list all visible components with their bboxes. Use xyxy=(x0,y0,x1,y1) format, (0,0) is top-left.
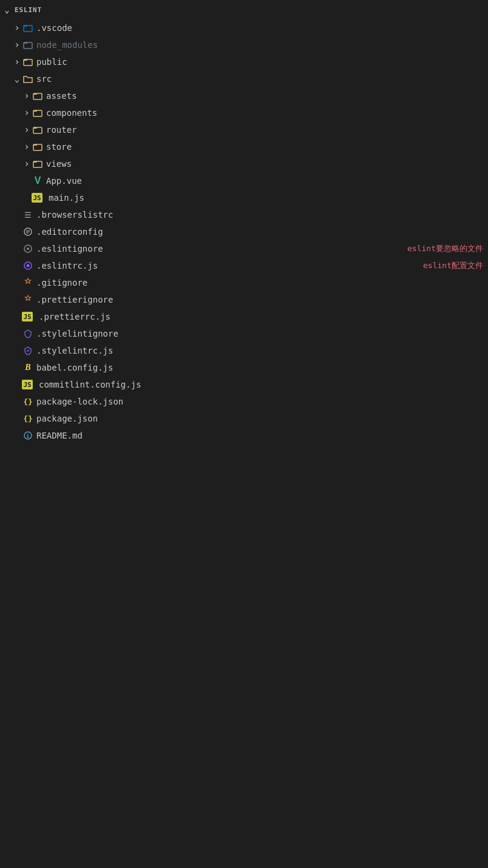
prettierrc-label: .prettierrc.js xyxy=(39,312,483,321)
chevron-right-icon xyxy=(22,125,32,135)
eslintignore-label: .eslintignore xyxy=(36,244,401,254)
folder-views[interactable]: views xyxy=(0,155,488,172)
folder-src[interactable]: src xyxy=(0,70,488,87)
package-json-label: package.json xyxy=(36,414,483,423)
folder-icon xyxy=(22,22,34,34)
app-vue-label: App.vue xyxy=(46,176,483,186)
file-stylelintignore[interactable]: .stylelintignore xyxy=(0,325,488,342)
file-app-vue[interactable]: V App.vue xyxy=(0,172,488,189)
svg-point-20 xyxy=(27,264,30,267)
prettier-ignore-icon xyxy=(22,294,34,306)
folder-icon xyxy=(32,90,44,102)
folder-components[interactable]: components xyxy=(0,104,488,121)
folder-icon xyxy=(22,56,34,68)
file-browserslistrc[interactable]: ☰ .browserslistrc xyxy=(0,206,488,223)
file-package-lock[interactable]: {} package-lock.json xyxy=(0,393,488,410)
editorconfig-icon xyxy=(22,226,34,238)
eslintignore-annotation: eslint要忽略的文件 xyxy=(407,243,483,254)
chevron-right-icon xyxy=(22,142,32,152)
folder-icon xyxy=(22,39,34,51)
file-commitlint-config[interactable]: JS commitlint.config.js xyxy=(0,376,488,393)
json-icon2: {} xyxy=(22,412,34,425)
chevron-right-icon xyxy=(12,23,22,33)
gitignore-label: .gitignore xyxy=(36,278,483,288)
stylelintignore-label: .stylelintignore xyxy=(36,329,483,338)
svg-point-18 xyxy=(27,247,29,250)
folder-open-icon xyxy=(22,73,34,85)
router-label: router xyxy=(46,125,483,135)
editorconfig-label: .editorconfig xyxy=(36,227,483,237)
folder-node-modules[interactable]: node_modules xyxy=(0,36,488,53)
file-readme[interactable]: i README.md xyxy=(0,427,488,444)
components-label: components xyxy=(46,108,483,118)
node-modules-label: node_modules xyxy=(36,40,483,50)
public-label: public xyxy=(36,57,483,67)
store-label: store xyxy=(46,142,483,152)
stylelint-ignore-icon xyxy=(22,328,34,340)
folder-icon xyxy=(32,107,44,119)
views-label: views xyxy=(46,159,483,169)
vscode-folder-label: .vscode xyxy=(36,23,483,33)
folder-public[interactable]: public xyxy=(0,53,488,70)
src-label: src xyxy=(36,74,483,84)
file-babel-config[interactable]: B babel.config.js xyxy=(0,359,488,376)
folder-icon xyxy=(32,124,44,136)
root-title: ESLINT xyxy=(15,6,42,14)
js-icon2: JS xyxy=(22,380,33,389)
folder-icon xyxy=(32,141,44,153)
svg-text:i: i xyxy=(27,433,30,439)
folder-router[interactable]: router xyxy=(0,121,488,138)
js-icon: JS xyxy=(32,193,42,203)
stylelintrc-label: .stylelintrc.js xyxy=(36,346,483,355)
chevron-right-icon xyxy=(22,159,32,169)
folder-icon xyxy=(32,158,44,170)
file-eslintignore[interactable]: .eslintignore eslint要忽略的文件 xyxy=(0,240,488,257)
root-chevron-icon xyxy=(2,5,12,15)
file-main-js[interactable]: JS main.js xyxy=(0,189,488,206)
chevron-down-icon xyxy=(12,74,22,84)
eslint-ignore-icon xyxy=(22,243,34,255)
vue-icon: V xyxy=(32,175,44,187)
browserslist-icon: ☰ xyxy=(22,209,34,221)
root-header[interactable]: ESLINT xyxy=(0,0,488,19)
readme-label: README.md xyxy=(36,431,483,440)
prettierignore-label: .prettierignore xyxy=(36,295,483,304)
commitlint-config-label: commitlint.config.js xyxy=(39,380,483,389)
file-explorer: ESLINT .vscode node_modules public src xyxy=(0,0,488,444)
chevron-right-icon xyxy=(12,57,22,67)
file-prettierignore[interactable]: .prettierignore xyxy=(0,291,488,308)
main-js-label: main.js xyxy=(49,193,483,203)
babel-icon: B xyxy=(22,362,34,374)
babel-config-label: babel.config.js xyxy=(36,363,483,372)
browserslistrc-label: .browserslistrc xyxy=(36,210,483,220)
chevron-right-icon xyxy=(22,108,32,118)
json-icon: {} xyxy=(22,395,34,408)
eslint-icon xyxy=(22,260,34,272)
readme-icon: i xyxy=(22,429,34,442)
git-icon xyxy=(22,277,34,289)
stylelint-icon xyxy=(22,345,34,357)
assets-label: assets xyxy=(46,91,483,101)
file-eslintrc[interactable]: .eslintrc.js eslint配置文件 xyxy=(0,257,488,274)
folder-assets[interactable]: assets xyxy=(0,87,488,104)
file-stylelintrc[interactable]: .stylelintrc.js xyxy=(0,342,488,359)
eslintrc-annotation: eslint配置文件 xyxy=(423,260,483,271)
file-package-json[interactable]: {} package.json xyxy=(0,410,488,427)
package-lock-label: package-lock.json xyxy=(36,397,483,406)
folder-vscode[interactable]: .vscode xyxy=(0,19,488,36)
folder-store[interactable]: store xyxy=(0,138,488,155)
eslintrc-label: .eslintrc.js xyxy=(36,261,417,271)
file-prettierrc[interactable]: JS .prettierrc.js xyxy=(0,308,488,325)
file-editorconfig[interactable]: .editorconfig xyxy=(0,223,488,240)
chevron-right-icon xyxy=(22,91,32,101)
file-gitignore[interactable]: .gitignore xyxy=(0,274,488,291)
chevron-right-icon xyxy=(12,40,22,50)
js-yellow-icon: JS xyxy=(22,312,33,321)
